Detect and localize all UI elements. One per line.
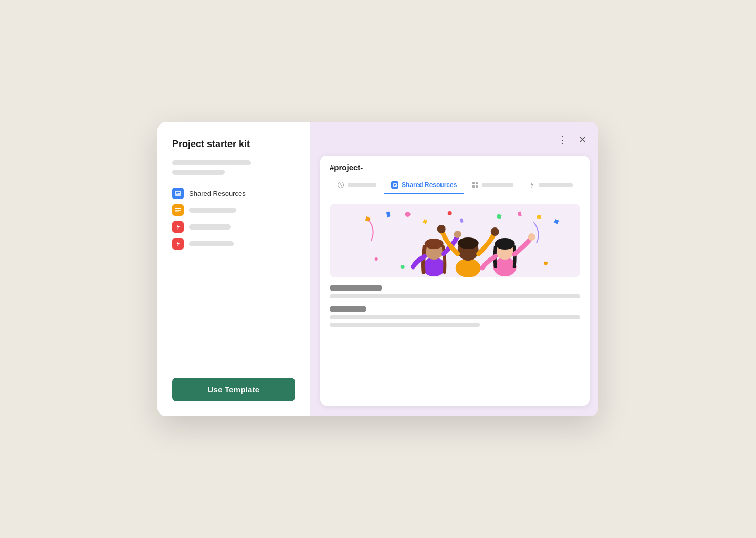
svg-point-42 bbox=[528, 233, 536, 241]
svg-rect-13 bbox=[394, 185, 395, 186]
channel-item-4[interactable] bbox=[172, 238, 295, 250]
more-options-button[interactable]: ⋮ bbox=[555, 132, 570, 147]
svg-marker-18 bbox=[530, 182, 533, 188]
grid-icon bbox=[471, 181, 479, 189]
svg-rect-1 bbox=[176, 192, 180, 193]
svg-rect-16 bbox=[472, 185, 475, 188]
channel-skeleton-4 bbox=[189, 241, 234, 246]
close-button[interactable]: ✕ bbox=[575, 132, 590, 147]
svg-marker-7 bbox=[176, 241, 180, 246]
tab-shared-resources[interactable]: Shared Resources bbox=[384, 177, 464, 194]
preview-window: #project- bbox=[320, 156, 590, 406]
block-1-line-1 bbox=[330, 294, 580, 298]
celebration-image bbox=[330, 204, 580, 277]
svg-point-33 bbox=[454, 231, 461, 238]
right-panel: ⋮ ✕ #project- bbox=[310, 122, 598, 416]
svg-point-30 bbox=[423, 257, 446, 276]
svg-point-32 bbox=[425, 239, 444, 249]
channel-item-3[interactable] bbox=[172, 221, 295, 233]
preview-tabs: Shared Resources bbox=[330, 177, 580, 194]
content-block-1 bbox=[330, 285, 580, 298]
svg-point-45 bbox=[375, 257, 378, 261]
svg-point-28 bbox=[448, 211, 452, 215]
preview-body bbox=[320, 194, 590, 406]
svg-point-37 bbox=[437, 225, 446, 233]
svg-point-38 bbox=[491, 227, 499, 236]
channel-icon-3 bbox=[172, 221, 184, 233]
preview-channel-name: #project- bbox=[330, 163, 580, 172]
channel-item-2[interactable] bbox=[172, 204, 295, 216]
svg-rect-14 bbox=[472, 182, 475, 184]
svg-rect-17 bbox=[476, 185, 478, 188]
tab-3[interactable] bbox=[464, 177, 521, 194]
channel-icon-4 bbox=[172, 238, 184, 250]
svg-rect-15 bbox=[476, 182, 478, 184]
docs-icon bbox=[391, 181, 398, 189]
block-2-line-2 bbox=[330, 323, 480, 327]
channel-icon-2 bbox=[172, 204, 184, 216]
svg-point-43 bbox=[401, 265, 405, 269]
svg-marker-6 bbox=[176, 224, 180, 230]
svg-rect-5 bbox=[175, 212, 179, 213]
block-2-title bbox=[330, 306, 366, 312]
close-icon: ✕ bbox=[579, 134, 586, 146]
tab-shared-resources-label: Shared Resources bbox=[402, 181, 457, 189]
svg-line-10 bbox=[341, 185, 342, 187]
svg-rect-0 bbox=[175, 191, 181, 196]
modal: Project starter kit Shared Resources bbox=[158, 122, 598, 416]
tab-3-skeleton bbox=[482, 183, 513, 187]
celebration-illustration bbox=[330, 204, 580, 277]
content-block-2 bbox=[330, 306, 580, 327]
svg-point-26 bbox=[537, 215, 541, 219]
panel-actions: ⋮ ✕ bbox=[320, 132, 590, 147]
tab-1[interactable] bbox=[330, 177, 384, 194]
block-1-title bbox=[330, 285, 382, 291]
svg-rect-3 bbox=[175, 208, 181, 209]
svg-point-22 bbox=[405, 212, 411, 217]
svg-rect-11 bbox=[393, 183, 397, 187]
svg-rect-12 bbox=[394, 184, 396, 185]
channel-item-1[interactable]: Shared Resources bbox=[172, 188, 295, 199]
tab-4-skeleton bbox=[539, 183, 573, 187]
svg-point-36 bbox=[458, 237, 479, 249]
channel-skeleton-3 bbox=[189, 224, 231, 230]
left-content: Project starter kit Shared Resources bbox=[172, 139, 295, 250]
svg-point-34 bbox=[456, 258, 481, 277]
channel-skeleton-2 bbox=[189, 208, 236, 213]
block-2-line-1 bbox=[330, 315, 580, 319]
use-template-button[interactable]: Use Template bbox=[172, 378, 295, 401]
tab-1-skeleton bbox=[348, 183, 376, 187]
skeleton-lines bbox=[172, 160, 295, 175]
skeleton-line-2 bbox=[172, 170, 225, 175]
left-panel: Project starter kit Shared Resources bbox=[158, 122, 310, 416]
skeleton-line-1 bbox=[172, 160, 251, 165]
svg-rect-2 bbox=[176, 194, 178, 195]
template-title: Project starter kit bbox=[172, 139, 295, 150]
channel-icon-1 bbox=[172, 188, 184, 199]
bolt-icon bbox=[528, 181, 536, 189]
channel-name-1: Shared Resources bbox=[189, 190, 246, 198]
clock-icon bbox=[337, 181, 344, 189]
preview-header: #project- bbox=[320, 156, 590, 194]
svg-rect-4 bbox=[175, 210, 181, 211]
channel-list: Shared Resources bbox=[172, 188, 295, 250]
more-icon: ⋮ bbox=[557, 134, 568, 145]
svg-point-41 bbox=[495, 238, 515, 250]
tab-4[interactable] bbox=[521, 177, 580, 194]
